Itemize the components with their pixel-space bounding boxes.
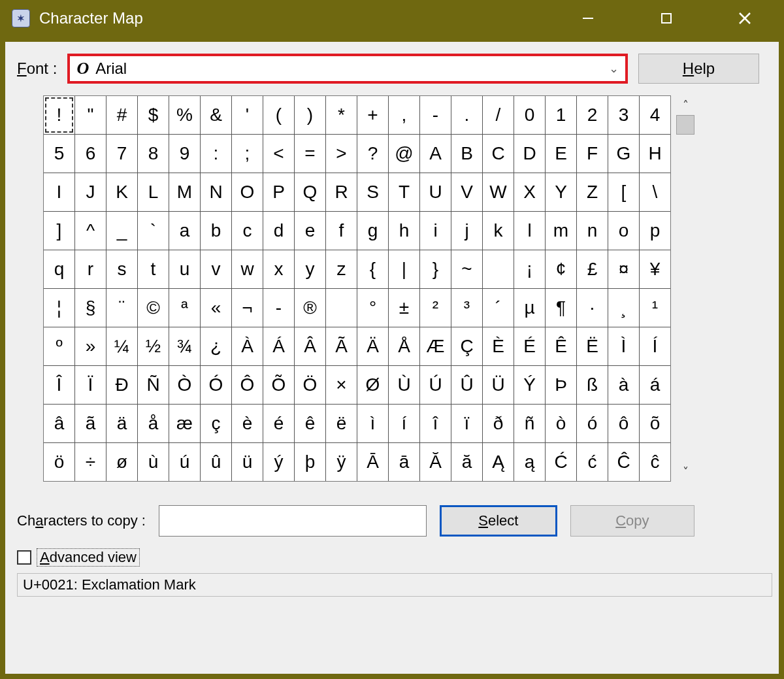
char-cell[interactable]: Ú: [420, 366, 451, 404]
char-cell[interactable]: Z: [577, 173, 608, 211]
char-cell[interactable]: Ó: [201, 366, 231, 404]
char-cell[interactable]: Þ: [546, 366, 576, 404]
char-cell[interactable]: T: [389, 173, 419, 211]
close-button[interactable]: [706, 0, 784, 37]
char-cell[interactable]: Ü: [483, 366, 514, 404]
char-cell[interactable]: ¬: [232, 289, 263, 327]
maximize-button[interactable]: [627, 0, 706, 37]
char-cell[interactable]: ø: [106, 443, 137, 481]
char-cell[interactable]: m: [546, 212, 576, 250]
char-cell[interactable]: ï: [451, 405, 482, 442]
char-cell[interactable]: ā: [389, 443, 419, 481]
char-cell[interactable]: M: [169, 173, 200, 211]
char-cell[interactable]: û: [201, 443, 231, 481]
char-cell[interactable]: ą: [514, 443, 545, 481]
char-cell[interactable]: $: [138, 96, 169, 134]
char-cell[interactable]: +: [357, 96, 388, 134]
scroll-thumb[interactable]: [676, 115, 694, 135]
char-cell[interactable]: -: [420, 96, 451, 134]
char-cell[interactable]: @: [389, 135, 419, 173]
char-cell[interactable]: ö: [44, 443, 74, 481]
char-cell[interactable]: 8: [138, 135, 169, 173]
char-cell[interactable]: %: [169, 96, 200, 134]
char-cell[interactable]: Ì: [608, 327, 639, 365]
char-cell[interactable]: ±: [389, 289, 419, 327]
char-cell[interactable]: :: [201, 135, 231, 173]
char-cell[interactable]: £: [577, 250, 608, 288]
char-cell[interactable]: [326, 289, 357, 327]
char-cell[interactable]: N: [201, 173, 231, 211]
char-cell[interactable]: Ă: [420, 443, 451, 481]
char-cell[interactable]: ĉ: [640, 443, 670, 481]
char-cell[interactable]: õ: [640, 405, 670, 442]
help-button[interactable]: Help: [638, 54, 759, 84]
char-cell[interactable]: ×: [326, 366, 357, 404]
char-cell[interactable]: O: [232, 173, 263, 211]
char-cell[interactable]: 6: [75, 135, 106, 173]
char-cell[interactable]: ü: [232, 443, 263, 481]
char-cell[interactable]: 1: [546, 96, 576, 134]
char-cell[interactable]: µ: [514, 289, 545, 327]
char-cell[interactable]: ;: [232, 135, 263, 173]
char-cell[interactable]: ¨: [106, 289, 137, 327]
copy-button[interactable]: Copy: [570, 505, 694, 537]
char-cell[interactable]: ¼: [106, 327, 137, 365]
char-cell[interactable]: f: [326, 212, 357, 250]
char-cell[interactable]: Ą: [483, 443, 514, 481]
char-cell[interactable]: «: [201, 289, 231, 327]
char-cell[interactable]: &: [201, 96, 231, 134]
char-cell[interactable]: à: [608, 366, 639, 404]
char-cell[interactable]: .: [451, 96, 482, 134]
char-cell[interactable]: #: [106, 96, 137, 134]
char-cell[interactable]: X: [514, 173, 545, 211]
char-cell[interactable]: Å: [389, 327, 419, 365]
char-cell[interactable]: ©: [138, 289, 169, 327]
char-cell[interactable]: Ć: [546, 443, 576, 481]
char-cell[interactable]: ª: [169, 289, 200, 327]
char-cell[interactable]: B: [451, 135, 482, 173]
char-cell[interactable]: þ: [295, 443, 325, 481]
char-cell[interactable]: Î: [44, 366, 74, 404]
char-cell[interactable]: I: [44, 173, 74, 211]
char-cell[interactable]: ´: [483, 289, 514, 327]
char-cell[interactable]: ': [232, 96, 263, 134]
char-cell[interactable]: Ô: [232, 366, 263, 404]
char-cell[interactable]: U: [420, 173, 451, 211]
char-cell[interactable]: 7: [106, 135, 137, 173]
character-grid[interactable]: !"#$%&'()*+,-./0123456789:;<=>?@ABCDEFGH…: [43, 95, 671, 482]
char-cell[interactable]: ¥: [640, 250, 670, 288]
char-cell[interactable]: e: [295, 212, 325, 250]
char-cell[interactable]: G: [608, 135, 639, 173]
char-cell[interactable]: ,: [389, 96, 419, 134]
char-cell[interactable]: Ý: [514, 366, 545, 404]
char-cell[interactable]: y: [295, 250, 325, 288]
char-cell[interactable]: ì: [357, 405, 388, 442]
char-cell[interactable]: C: [483, 135, 514, 173]
char-cell[interactable]: ä: [106, 405, 137, 442]
advanced-view-checkbox[interactable]: [17, 550, 31, 565]
char-cell[interactable]: 9: [169, 135, 200, 173]
char-cell[interactable]: ²: [420, 289, 451, 327]
advanced-view-label[interactable]: Advanced view: [37, 548, 140, 567]
char-cell[interactable]: Ç: [451, 327, 482, 365]
char-cell[interactable]: º: [44, 327, 74, 365]
char-cell[interactable]: è: [232, 405, 263, 442]
char-cell[interactable]: `: [138, 212, 169, 250]
char-cell[interactable]: Â: [295, 327, 325, 365]
char-cell[interactable]: w: [232, 250, 263, 288]
char-cell[interactable]: ^: [75, 212, 106, 250]
char-cell[interactable]: Ò: [169, 366, 200, 404]
char-cell[interactable]: /: [483, 96, 514, 134]
char-cell[interactable]: c: [232, 212, 263, 250]
char-cell[interactable]: \: [640, 173, 670, 211]
char-cell[interactable]: l: [514, 212, 545, 250]
char-cell[interactable]: [483, 250, 514, 288]
char-cell[interactable]: ": [75, 96, 106, 134]
char-cell[interactable]: Y: [546, 173, 576, 211]
char-cell[interactable]: h: [389, 212, 419, 250]
char-cell[interactable]: Ñ: [138, 366, 169, 404]
char-cell[interactable]: Ê: [546, 327, 576, 365]
grid-scrollbar[interactable]: ˄ ˅: [674, 95, 697, 482]
char-cell[interactable]: 3: [608, 96, 639, 134]
char-cell[interactable]: >: [326, 135, 357, 173]
